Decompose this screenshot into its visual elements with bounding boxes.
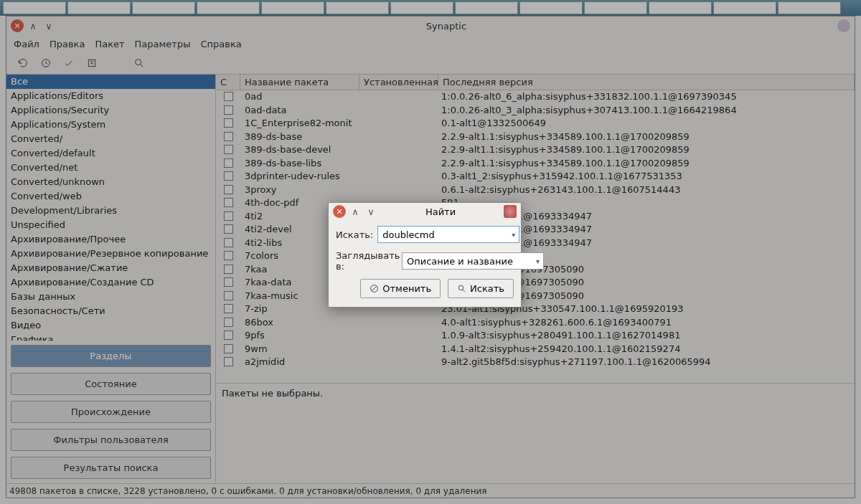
category-item[interactable]: Базы данных xyxy=(6,290,215,304)
task-thumb[interactable] xyxy=(3,1,66,14)
menu-settings[interactable]: Параметры xyxy=(135,39,191,49)
category-item[interactable]: Видео xyxy=(6,318,215,333)
menu-package[interactable]: Пакет xyxy=(95,39,124,49)
task-thumb[interactable] xyxy=(390,1,453,14)
status-cell[interactable] xyxy=(216,132,240,141)
task-thumb[interactable] xyxy=(132,1,195,14)
status-button[interactable]: Состояние xyxy=(11,373,211,395)
table-row[interactable]: 4ti2-libs+328195.100.1.1@1693334947 xyxy=(216,237,855,250)
task-thumb[interactable] xyxy=(649,1,712,14)
category-item[interactable]: Applications/Editors xyxy=(6,89,215,103)
lookin-select[interactable] xyxy=(402,252,544,270)
status-cell[interactable] xyxy=(216,344,240,353)
maximize-icon[interactable]: ∧ xyxy=(349,205,362,218)
table-row[interactable]: 3proxy0.6.1-alt2:sisyphus+263143.100.1.1… xyxy=(216,184,855,197)
table-row[interactable]: 1C_Enterprise82-monit0.1-alt1@1332500649 xyxy=(216,117,855,130)
status-cell[interactable] xyxy=(216,318,240,327)
col-latest[interactable]: Последняя версия xyxy=(438,75,855,90)
properties-icon[interactable] xyxy=(85,57,98,70)
table-row[interactable]: 0ad-data1:0.0.26-alt0_3_alpha:sisyphus+3… xyxy=(216,104,855,118)
table-row[interactable]: 389-ds-base-libs2.2.9-alt1.1:sisyphus+33… xyxy=(216,157,855,171)
task-thumb[interactable] xyxy=(519,1,583,14)
task-thumb[interactable] xyxy=(713,1,776,14)
table-row[interactable]: 389-ds-base2.2.9-alt1.1:sisyphus+334589.… xyxy=(216,130,855,144)
status-cell[interactable] xyxy=(216,158,240,168)
category-item[interactable]: Converted/ xyxy=(6,132,215,146)
status-cell[interactable] xyxy=(216,92,240,101)
status-cell[interactable] xyxy=(216,105,240,115)
status-cell[interactable] xyxy=(216,211,240,221)
status-cell[interactable] xyxy=(216,238,240,247)
maximize-icon[interactable]: ∧ xyxy=(27,19,39,32)
table-row[interactable]: 86box4.0-alt1:sisyphus+328261.600.6.1@16… xyxy=(216,316,855,330)
table-row[interactable]: 4th-doc-pdf591 xyxy=(216,196,855,210)
menu-help[interactable]: Справка xyxy=(200,39,241,49)
search-input[interactable] xyxy=(377,226,519,243)
custom-filters-button[interactable]: Фильтры пользователя xyxy=(11,429,211,451)
table-row[interactable]: 7kaa-data331805.100.1.1@1697305090 xyxy=(216,276,855,290)
table-row[interactable]: 4ti2-devel+328195.100.1.1@1693334947 xyxy=(216,223,855,237)
status-cell[interactable] xyxy=(216,331,240,340)
status-cell[interactable] xyxy=(216,265,240,274)
task-thumb[interactable] xyxy=(584,1,647,14)
task-thumb[interactable] xyxy=(778,1,841,14)
category-item[interactable]: Безопасность/Сети xyxy=(6,304,215,318)
category-item[interactable]: Converted/unknown xyxy=(6,175,215,189)
status-cell[interactable] xyxy=(216,277,240,287)
status-cell[interactable] xyxy=(216,118,240,128)
task-thumb[interactable] xyxy=(197,1,260,14)
reload-icon[interactable] xyxy=(17,57,29,70)
col-status[interactable]: С xyxy=(216,75,240,90)
category-item[interactable]: Converted/net xyxy=(6,161,215,175)
task-thumb[interactable] xyxy=(326,1,389,14)
status-cell[interactable] xyxy=(216,185,240,194)
origin-button[interactable]: Происхождение xyxy=(11,401,211,423)
category-item[interactable]: Applications/System xyxy=(6,118,215,132)
search-results-button[interactable]: Результаты поиска xyxy=(11,457,211,479)
status-cell[interactable] xyxy=(216,171,240,181)
status-cell[interactable] xyxy=(216,251,240,260)
status-cell[interactable] xyxy=(216,224,240,234)
category-list[interactable]: ВсеApplications/EditorsApplications/Secu… xyxy=(6,75,215,341)
category-item[interactable]: Архивирование/Прочее xyxy=(6,232,215,247)
search-icon[interactable] xyxy=(133,57,146,70)
col-name[interactable]: Название пакета xyxy=(240,75,359,90)
table-row[interactable]: 4ti2+328195.100.1.1@1693334947 xyxy=(216,210,855,224)
category-item[interactable]: Converted/default xyxy=(6,146,215,161)
sections-button[interactable]: Разделы xyxy=(11,345,211,367)
table-row[interactable]: a2jmidid9-alt2.git5b8f5d:sisyphus+271197… xyxy=(216,356,855,369)
task-thumb[interactable] xyxy=(67,1,131,14)
table-row[interactable]: 9pfs1.0.9-alt3:sisyphus+280491.100.1.1@1… xyxy=(216,329,855,343)
menu-file[interactable]: Файл xyxy=(14,39,39,49)
package-table[interactable]: 0ad1:0.0.26-alt0_6_alpha:sisyphus+331832… xyxy=(216,90,855,383)
col-installed[interactable]: Установленная вер xyxy=(359,75,438,90)
menu-edit[interactable]: Правка xyxy=(50,39,85,49)
status-cell[interactable] xyxy=(216,304,240,313)
category-item[interactable]: Development/Libraries xyxy=(6,204,215,218)
mark-upgrades-icon[interactable] xyxy=(39,57,52,70)
category-item[interactable]: Архивирование/Резервное копирование xyxy=(6,247,215,261)
minimize-icon[interactable]: ∨ xyxy=(364,205,377,218)
table-row[interactable]: 9wm1.4.1-alt2:sisyphus+259420.100.1.1@16… xyxy=(216,343,855,356)
task-thumb[interactable] xyxy=(455,1,518,14)
category-item[interactable]: Архивирование/Сжатие xyxy=(6,261,215,275)
status-cell[interactable] xyxy=(216,291,240,300)
status-cell[interactable] xyxy=(216,357,240,366)
task-thumb[interactable] xyxy=(261,1,324,14)
category-item[interactable]: Архивирование/Создание CD xyxy=(6,275,215,290)
close-icon[interactable]: ✕ xyxy=(333,205,346,218)
status-cell[interactable] xyxy=(216,145,240,154)
cancel-button[interactable]: Отменить xyxy=(360,279,441,298)
table-row[interactable]: 7kaa-music331805.100.1.1@1697305090 xyxy=(216,290,855,303)
category-item[interactable]: Unspecified xyxy=(6,218,215,232)
table-row[interactable]: 7-zip23.01-alt1:sisyphus+330547.100.1.1@… xyxy=(216,303,855,316)
category-item[interactable]: Applications/Security xyxy=(6,103,215,118)
table-row[interactable]: 389-ds-base-devel2.2.9-alt1.1:sisyphus+3… xyxy=(216,143,855,157)
table-row[interactable]: 0ad1:0.0.26-alt0_6_alpha:sisyphus+331832… xyxy=(216,90,855,104)
category-item[interactable]: Converted/web xyxy=(6,189,215,204)
category-item[interactable]: Все xyxy=(6,75,215,89)
close-icon[interactable]: ✕ xyxy=(11,19,24,32)
status-cell[interactable] xyxy=(216,198,240,207)
apply-icon[interactable] xyxy=(62,57,75,70)
search-button[interactable]: Искать xyxy=(448,279,514,298)
